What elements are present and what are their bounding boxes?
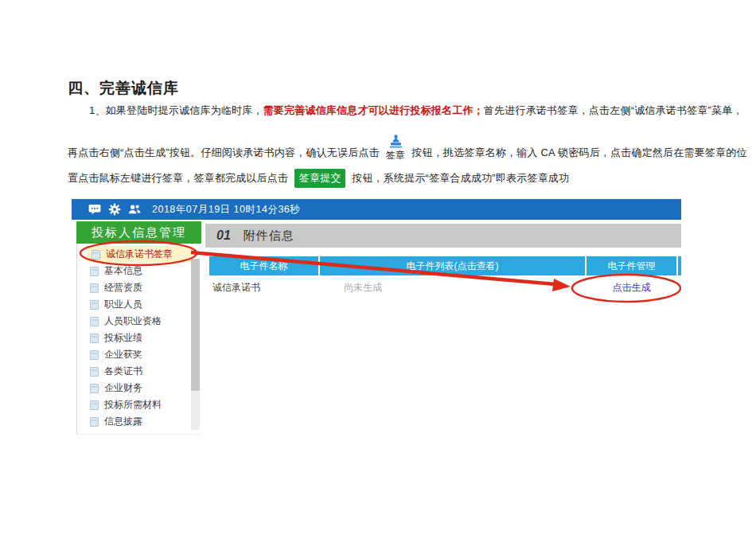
sidebar-item-label: 人员职业资格 xyxy=(104,314,162,328)
sidebar-item-label: 企业财务 xyxy=(104,381,142,395)
sidebar-item-label: 经营资质 xyxy=(104,281,142,295)
sidebar: 诚信承诺书签章 基本信息 经营资质 职业人员 人员职业资格 投标业绩 企业获奖 … xyxy=(76,244,201,435)
section-header-bar: 01 附件信息 xyxy=(205,224,681,248)
line1-red-emphasis: 需要完善诚信库信息才可以进行投标报名工作； xyxy=(263,104,484,116)
section-number: 01 xyxy=(216,228,231,243)
paragraph-line-3: 置点击鼠标左键进行签章，签章都完成以后点击 签章提交 按钮，系统提示“签章合成成… xyxy=(68,168,569,189)
paragraph-line-1: 1、如果登陆时提示诚信库为临时库，需要完善诚信库信息才可以进行投标报名工作；首先… xyxy=(68,103,743,118)
gear-icon[interactable] xyxy=(108,203,121,216)
doc-icon xyxy=(90,317,99,326)
table-header-extra xyxy=(678,256,681,275)
scrollbar-thumb[interactable] xyxy=(191,259,200,391)
sidebar-item-label: 投标业绩 xyxy=(104,331,142,345)
paragraph-line-2: 再点击右侧“点击生成”按钮。仔细阅读承诺书内容，确认无误后点击 签章 按钮，挑选… xyxy=(68,130,747,160)
doc-icon xyxy=(90,350,99,360)
sidebar-item-label: 信息披露 xyxy=(104,415,142,428)
sidebar-item-label: 基本信息 xyxy=(104,264,142,278)
cell-file-status: 尚未生成 xyxy=(320,275,585,299)
doc-icon xyxy=(90,334,99,343)
document-page: 四、完善诚信库 1、如果登陆时提示诚信库为临时库，需要完善诚信库信息才可以进行投… xyxy=(0,0,756,535)
line3-text-after: 按钮，系统提示“签章合成成功”即表示签章成功 xyxy=(352,171,569,185)
comment-icon[interactable] xyxy=(88,203,101,216)
stamp-sign-icon: 签章 xyxy=(386,135,405,160)
sidebar-item-label: 诚信承诺书签章 xyxy=(106,248,173,261)
doc-icon xyxy=(90,300,99,310)
line1-suffix: 首先进行承诺书签章，点击左侧“诚信承诺书签章”菜单， xyxy=(484,104,743,116)
sign-submit-button: 签章提交 xyxy=(294,169,345,188)
users-icon[interactable] xyxy=(128,203,141,216)
sidebar-item-bid-performance[interactable]: 投标业绩 xyxy=(77,330,201,346)
sidebar-item-info-disclosure[interactable]: 信息披露 xyxy=(77,413,201,430)
sidebar-item-bid-materials[interactable]: 投标所需材料 xyxy=(77,396,201,413)
line2-text-after: 按钮，挑选签章名称，输入 CA 锁密码后，点击确定然后在需要签章的位 xyxy=(411,146,746,160)
sidebar-item-label: 各类证书 xyxy=(104,365,142,378)
sidebar-item-label: 企业获奖 xyxy=(104,348,142,361)
sidebar-item-basic-info[interactable]: 基本信息 xyxy=(77,263,201,279)
doc-icon xyxy=(90,283,99,293)
doc-icon xyxy=(90,367,99,377)
column-header-manage: 电子件管理 xyxy=(586,256,676,275)
sidebar-item-personnel-qualification[interactable]: 人员职业资格 xyxy=(77,313,201,330)
sidebar-item-label: 投标所需材料 xyxy=(104,398,162,412)
sidebar-item-company-awards[interactable]: 企业获奖 xyxy=(77,346,201,363)
column-header-name: 电子件名称 xyxy=(209,256,318,275)
page-title: 四、完善诚信库 xyxy=(68,78,179,99)
scrollbar-track[interactable] xyxy=(191,259,200,430)
sidebar-title: 投标人信息管理 xyxy=(76,221,201,244)
line1-prefix: 1、如果登陆时提示诚信库为临时库， xyxy=(89,104,263,116)
scroll-up-icon[interactable] xyxy=(189,245,200,258)
sidebar-item-label: 职业人员 xyxy=(104,298,142,311)
doc-icon xyxy=(90,384,99,393)
datetime-display: 2018年07月19日 10时14分36秒 xyxy=(152,203,300,217)
line2-text-before: 再点击右侧“点击生成”按钮。仔细阅读承诺书内容，确认无误后点击 xyxy=(68,146,380,160)
app-topbar: 2018年07月19日 10时14分36秒 xyxy=(72,199,681,220)
doc-icon xyxy=(90,400,99,410)
cell-file-name: 诚信承诺书 xyxy=(209,275,318,299)
sidebar-item-chengxin-sign[interactable]: 诚信承诺书签章 xyxy=(87,246,193,263)
stamp-icon-label: 签章 xyxy=(386,150,405,160)
stamp-icon xyxy=(388,135,403,150)
app-screenshot: 2018年07月19日 10时14分36秒 投标人信息管理 诚信承诺书签章 基本… xyxy=(72,199,681,439)
column-header-list: 电子件列表(点击查看) xyxy=(320,256,585,275)
sidebar-item-professionals[interactable]: 职业人员 xyxy=(77,296,201,313)
sidebar-item-company-finance[interactable]: 企业财务 xyxy=(77,380,201,396)
doc-icon xyxy=(90,267,99,276)
table-row: 诚信承诺书 尚未生成 点击生成 xyxy=(209,275,681,299)
sidebar-item-business-qualification[interactable]: 经营资质 xyxy=(77,279,201,296)
doc-icon xyxy=(90,417,99,427)
sidebar-item-certificates[interactable]: 各类证书 xyxy=(77,363,201,380)
generate-link[interactable]: 点击生成 xyxy=(613,281,651,295)
line3-text-before: 置点击鼠标左键进行签章，签章都完成以后点击 xyxy=(68,171,288,185)
section-title: 附件信息 xyxy=(244,228,294,244)
doc-icon xyxy=(92,250,100,260)
table-header: 电子件名称 电子件列表(点击查看) 电子件管理 xyxy=(209,256,681,275)
